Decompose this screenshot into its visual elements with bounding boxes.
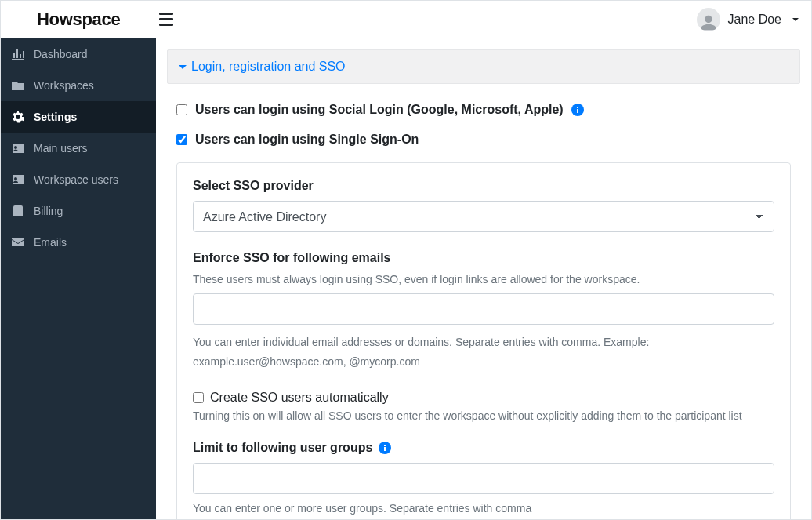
sidebar-item-workspace-users[interactable]: Workspace users xyxy=(1,164,156,195)
sso-provider-label: Select SSO provider xyxy=(193,179,774,193)
auto-create-label: Create SSO users automatically xyxy=(210,391,389,405)
auto-create-desc: Turning this on will allow all SSO users… xyxy=(193,409,774,422)
info-icon[interactable] xyxy=(571,104,584,116)
enforce-sso-label: Enforce SSO for following emails xyxy=(193,251,774,265)
sidebar-item-label: Workspaces xyxy=(34,79,94,92)
enforce-sso-desc: These users must always login using SSO,… xyxy=(193,273,774,285)
sso-provider-select[interactable]: Azure Active Directory xyxy=(193,201,774,232)
sidebar-item-label: Main users xyxy=(34,142,87,155)
social-login-label: Users can login using Social Login (Goog… xyxy=(195,103,564,117)
user-menu[interactable]: Jane Doe xyxy=(697,8,799,31)
sidebar-item-emails[interactable]: Emails xyxy=(1,227,156,258)
section-title: Login, registration and SSO xyxy=(191,60,346,74)
top-bar: Howspace Jane Doe xyxy=(1,1,811,38)
users-icon xyxy=(12,173,24,186)
username-label: Jane Doe xyxy=(728,13,782,27)
chevron-down-icon xyxy=(792,18,799,21)
gear-icon xyxy=(12,111,24,123)
chart-icon xyxy=(12,48,24,60)
sidebar-item-label: Settings xyxy=(34,111,77,123)
svg-rect-5 xyxy=(384,445,386,446)
svg-rect-1 xyxy=(577,109,578,113)
sso-login-checkbox[interactable] xyxy=(176,134,187,145)
sidebar-item-billing[interactable]: Billing xyxy=(1,195,156,227)
folder-icon xyxy=(12,79,24,92)
section-toggle-login[interactable]: Login, registration and SSO xyxy=(167,49,800,84)
limit-groups-input[interactable] xyxy=(193,463,774,494)
sidebar-item-label: Billing xyxy=(34,205,63,217)
sso-settings-card: Select SSO provider Azure Active Directo… xyxy=(176,162,791,519)
sidebar-item-settings[interactable]: Settings xyxy=(1,101,156,133)
sidebar-item-main-users[interactable]: Main users xyxy=(1,133,156,164)
sidebar-item-workspaces[interactable]: Workspaces xyxy=(1,70,156,101)
book-icon xyxy=(12,205,24,217)
content-area: Login, registration and SSO Users can lo… xyxy=(156,38,811,519)
social-login-checkbox[interactable] xyxy=(176,104,187,115)
avatar-icon xyxy=(697,8,720,31)
enforce-sso-help: You can enter individual email addresses… xyxy=(193,333,774,372)
svg-rect-2 xyxy=(577,107,578,108)
user-card-icon xyxy=(12,142,24,155)
svg-rect-4 xyxy=(384,447,386,451)
sidebar-item-label: Emails xyxy=(34,236,67,249)
limit-groups-help: You can enter one or more user groups. S… xyxy=(193,502,774,515)
sidebar-item-label: Dashboard xyxy=(34,48,88,60)
envelope-icon xyxy=(12,236,24,249)
sidebar-item-label: Workspace users xyxy=(34,173,118,186)
sidebar-item-dashboard[interactable]: Dashboard xyxy=(1,38,156,70)
sso-login-label: Users can login using Single Sign-On xyxy=(195,133,419,147)
info-icon[interactable] xyxy=(379,442,391,454)
sidebar: Dashboard Workspaces Settings Main users… xyxy=(1,38,156,519)
auto-create-checkbox[interactable] xyxy=(193,392,204,403)
caret-down-icon xyxy=(179,65,187,69)
enforce-sso-input[interactable] xyxy=(193,293,774,325)
brand-logo: Howspace xyxy=(37,9,120,30)
menu-toggle-icon[interactable] xyxy=(159,10,178,29)
limit-groups-label: Limit to following user groups xyxy=(193,441,372,455)
